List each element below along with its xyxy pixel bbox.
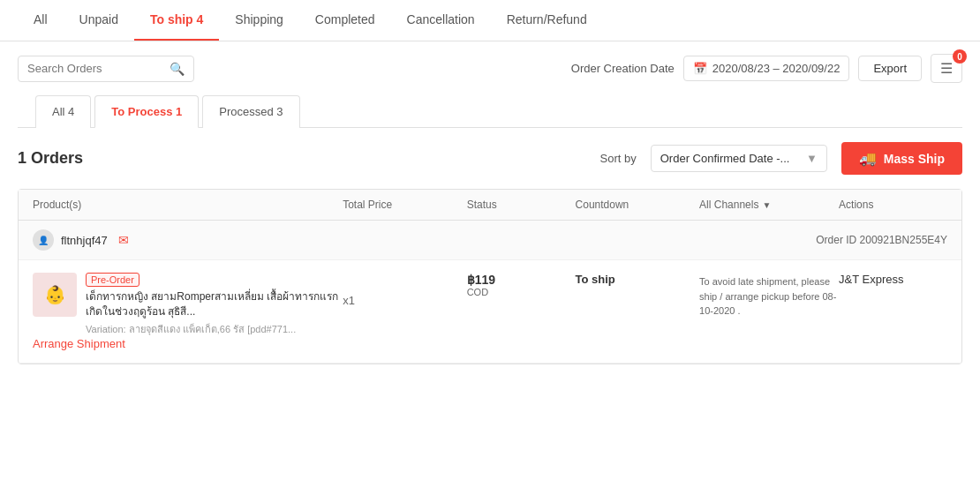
sub-navigation: All 4 To Process 1 Processed 3	[18, 95, 962, 128]
orders-header: 1 Orders Sort by Order Confirmed Date -.…	[0, 128, 980, 189]
mass-ship-label: Mass Ship	[884, 152, 945, 166]
order-id: Order ID 200921BN255E4Y	[816, 234, 947, 246]
date-range-value: 2020/08/23 – 2020/09/22	[712, 62, 841, 75]
tab-completed[interactable]: Completed	[299, 0, 391, 41]
calendar-icon: 📅	[693, 62, 707, 75]
toolbar-right: Order Creation Date 📅 2020/08/23 – 2020/…	[571, 54, 962, 83]
ship-icon: 🚚	[859, 150, 877, 167]
channels-chevron-icon: ▼	[762, 200, 771, 210]
total-price-col: ฿119 COD	[467, 273, 576, 297]
product-variation: Variation: ลายจุดสีแดง แพ็คเก็ต,66 รัส […	[86, 321, 343, 337]
top-navigation: All Unpaid To ship 4 Shipping Completed …	[0, 0, 980, 41]
export-button[interactable]: Export	[858, 56, 922, 81]
product-thumbnail: 👶	[33, 273, 77, 317]
chevron-down-icon: ▼	[806, 152, 818, 165]
tab-unpaid[interactable]: Unpaid	[64, 0, 134, 41]
orders-count: 1 Orders	[18, 149, 83, 168]
product-image-emoji: 👶	[44, 284, 66, 305]
arrange-shipment-button[interactable]: Arrange Shipment	[33, 337, 125, 350]
sub-tab-to-process[interactable]: To Process 1	[94, 95, 199, 128]
col-product: Product(s)	[33, 199, 343, 211]
order-seller-row: 👤 fltnhjqf47 ✉ Order ID 200921BN255E4Y	[19, 221, 961, 260]
product-qty: x1	[343, 294, 466, 307]
chat-icon[interactable]: ✉	[118, 233, 129, 247]
product-name: เด็กทารกหญิง สยามRomperสามเหลี่ยม เสื้อผ…	[86, 289, 343, 319]
pre-order-badge: Pre-Order	[86, 273, 139, 287]
sort-value: Order Confirmed Date -...	[660, 152, 790, 165]
cod-label: COD	[467, 287, 576, 297]
col-actions: Actions	[839, 199, 947, 211]
channel-col: J&T Express	[839, 273, 947, 286]
status-col: To ship	[576, 273, 699, 286]
col-status: Status	[467, 199, 576, 211]
product-details: Pre-Order เด็กทารกหญิง สยามRomperสามเหลี…	[86, 273, 343, 337]
countdown-col: To avoid late shipment, please ship / ar…	[699, 274, 839, 319]
seller-name: fltnhjqf47	[61, 234, 108, 247]
table-header: Product(s) Total Price Status Countdown …	[19, 190, 961, 221]
col-channels[interactable]: All Channels ▼	[699, 199, 839, 211]
avatar: 👤	[33, 229, 54, 251]
search-box[interactable]: 🔍	[18, 56, 194, 82]
date-label: Order Creation Date	[571, 62, 675, 75]
tab-all[interactable]: All	[18, 0, 64, 41]
tab-return-refund[interactable]: Return/Refund	[491, 0, 603, 41]
orders-table: Product(s) Total Price Status Countdown …	[18, 189, 962, 364]
notification-button[interactable]: ☰ 0	[931, 54, 962, 83]
action-col: Arrange Shipment	[33, 337, 343, 350]
tab-shipping[interactable]: Shipping	[219, 0, 299, 41]
col-countdown: Countdown	[576, 199, 699, 211]
sort-dropdown[interactable]: Order Confirmed Date -... ▼	[651, 145, 827, 172]
search-input[interactable]	[27, 62, 164, 75]
sub-tab-all[interactable]: All 4	[35, 95, 91, 128]
tab-to-ship[interactable]: To ship 4	[134, 0, 219, 41]
table-row: 👶 Pre-Order เด็กทารกหญิง สยามRomperสามเห…	[19, 260, 961, 364]
price-value: ฿119	[467, 273, 576, 287]
notification-badge: 0	[953, 49, 967, 64]
product-info: 👶 Pre-Order เด็กทารกหญิง สยามRomperสามเห…	[33, 273, 343, 337]
menu-icon: ☰	[940, 61, 953, 76]
search-icon: 🔍	[170, 62, 185, 76]
sub-tab-processed[interactable]: Processed 3	[202, 95, 299, 128]
tab-cancellation[interactable]: Cancellation	[391, 0, 491, 41]
sort-label: Sort by	[600, 152, 637, 165]
col-total-price: Total Price	[343, 199, 466, 211]
toolbar: 🔍 Order Creation Date 📅 2020/08/23 – 202…	[0, 41, 980, 95]
mass-ship-button[interactable]: 🚚 Mass Ship	[841, 142, 962, 175]
date-picker[interactable]: 📅 2020/08/23 – 2020/09/22	[683, 56, 850, 81]
